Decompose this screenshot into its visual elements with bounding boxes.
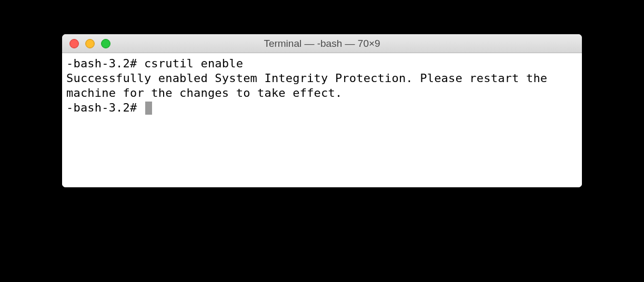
terminal-output: Successfully enabled System Integrity Pr… bbox=[66, 71, 578, 100]
cursor-icon bbox=[145, 102, 152, 115]
minimize-icon[interactable] bbox=[85, 39, 95, 48]
shell-command: csrutil enable bbox=[144, 57, 243, 70]
terminal-line: -bash-3.2# bbox=[66, 100, 578, 115]
close-icon[interactable] bbox=[69, 39, 79, 48]
traffic-lights bbox=[62, 39, 110, 48]
shell-prompt: -bash-3.2# bbox=[66, 57, 144, 70]
shell-prompt: -bash-3.2# bbox=[66, 100, 144, 115]
terminal-window: Terminal — -bash — 70×9 -bash-3.2# csrut… bbox=[62, 34, 582, 187]
titlebar[interactable]: Terminal — -bash — 70×9 bbox=[62, 34, 582, 53]
terminal-line: -bash-3.2# csrutil enable bbox=[66, 56, 578, 71]
terminal-content[interactable]: -bash-3.2# csrutil enableSuccessfully en… bbox=[62, 53, 582, 187]
zoom-icon[interactable] bbox=[101, 39, 110, 48]
window-title: Terminal — -bash — 70×9 bbox=[62, 38, 582, 49]
